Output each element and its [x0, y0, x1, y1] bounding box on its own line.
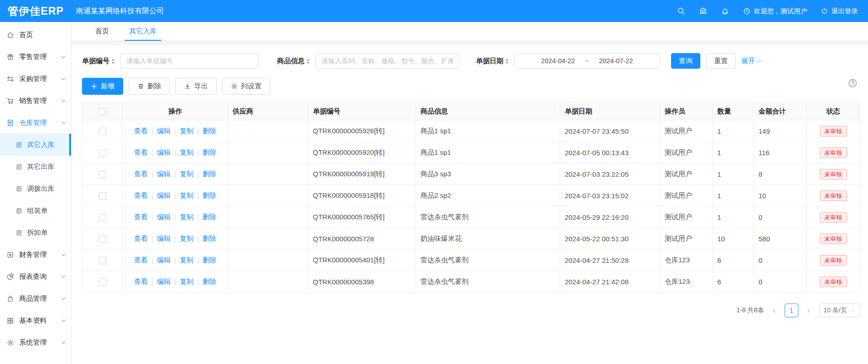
- row-action-link[interactable]: 复制: [180, 277, 193, 286]
- cell-bill-date: 2024-07-05 00:13:43: [560, 142, 660, 163]
- tab-other-inbound[interactable]: 其它入库: [119, 22, 167, 41]
- cell-operator: 测试用户: [660, 206, 713, 228]
- row-action-link[interactable]: 删除: [202, 234, 216, 243]
- sidebar-item-purchase[interactable]: 采购管理: [0, 68, 71, 90]
- help-icon[interactable]: [848, 78, 857, 88]
- row-action-link[interactable]: 编辑: [157, 191, 171, 200]
- row-action-link[interactable]: 复制: [180, 213, 193, 222]
- row-action-link[interactable]: 查看: [134, 170, 148, 179]
- export-button[interactable]: 导出: [175, 78, 217, 95]
- bell-icon[interactable]: [721, 7, 729, 15]
- status-badge: 未审核: [820, 190, 847, 201]
- goods-info-input[interactable]: [316, 53, 459, 69]
- sidebar-subitem-assembly[interactable]: 组装单: [0, 200, 71, 222]
- sidebar-subitem-disassembly[interactable]: 拆卸单: [0, 222, 71, 244]
- row-action-link[interactable]: 删除: [202, 148, 216, 157]
- sidebar-subitem-other-inbound[interactable]: 其它入库: [0, 134, 71, 156]
- row-action-link[interactable]: 删除: [202, 256, 216, 265]
- row-action-link[interactable]: 删除: [202, 191, 216, 200]
- cell-quantity: 6: [713, 250, 754, 271]
- sidebar-item-report[interactable]: 报表查询: [0, 266, 71, 288]
- search-icon[interactable]: [677, 7, 685, 15]
- row-action-link[interactable]: 编辑: [157, 170, 171, 179]
- expand-button[interactable]: 展开: [741, 57, 762, 65]
- sidebar-item-finance[interactable]: 财务管理: [0, 244, 71, 266]
- bill-no-input[interactable]: [120, 53, 259, 69]
- export-label: 导出: [194, 82, 208, 91]
- delete-button[interactable]: 删除: [129, 78, 170, 95]
- row-action-link[interactable]: 编辑: [157, 213, 171, 222]
- welcome-user[interactable]: 欢迎您，测试用户: [743, 7, 807, 16]
- row-checkbox[interactable]: [99, 235, 106, 243]
- row-action-link[interactable]: 编辑: [157, 148, 171, 157]
- cell-bill-no: QTRK00000005919[转]: [308, 163, 416, 185]
- row-action-link[interactable]: 删除: [202, 127, 216, 136]
- row-action-link[interactable]: 复制: [180, 127, 193, 136]
- row-action-link[interactable]: 查看: [134, 148, 148, 157]
- row-action-link[interactable]: 复制: [180, 170, 193, 179]
- row-checkbox[interactable]: [99, 278, 106, 286]
- bill-date-label: 单据日期：: [476, 57, 510, 65]
- status-badge: 未审核: [820, 147, 847, 158]
- row-checkbox[interactable]: [99, 257, 106, 264]
- row-action-link[interactable]: 编辑: [157, 234, 171, 243]
- sidebar-item-retail[interactable]: 零售管理: [0, 46, 71, 68]
- row-action-link[interactable]: 复制: [180, 191, 193, 200]
- sidebar-item-warehouse[interactable]: 仓库管理: [0, 112, 71, 134]
- row-actions: 查看|编辑|复制|删除: [123, 127, 228, 136]
- row-checkbox[interactable]: [99, 192, 106, 200]
- row-checkbox[interactable]: [99, 214, 106, 221]
- row-action-link[interactable]: 编辑: [157, 127, 171, 136]
- row-action-link[interactable]: 复制: [180, 148, 193, 157]
- column-header: 商品信息: [416, 103, 560, 120]
- row-action-link[interactable]: 编辑: [157, 277, 171, 286]
- row-action-link[interactable]: 查看: [134, 191, 148, 200]
- column-header: 操作员: [660, 103, 713, 120]
- sidebar-item-basic[interactable]: 基本资料: [0, 310, 71, 331]
- add-label: 新增: [101, 82, 115, 91]
- cell-bill-date: 2024-07-03 23:15:02: [560, 185, 660, 206]
- row-action-link[interactable]: 复制: [180, 256, 193, 265]
- row-checkbox[interactable]: [99, 149, 106, 157]
- prev-page-icon[interactable]: [771, 308, 777, 314]
- row-action-link[interactable]: 查看: [134, 277, 148, 286]
- row-action-link[interactable]: 查看: [134, 127, 148, 136]
- row-action-link[interactable]: 复制: [180, 234, 193, 243]
- row-action-link[interactable]: 查看: [134, 213, 148, 222]
- page-number[interactable]: 1: [785, 304, 798, 317]
- cell-operator: 测试用户: [660, 120, 713, 142]
- table-row: 查看|编辑|复制|删除QTRK00000005765[转]雷达杀虫气雾剂2024…: [82, 206, 860, 228]
- row-checkbox[interactable]: [99, 171, 106, 178]
- sidebar-subitem-other-outbound[interactable]: 其它出库: [0, 156, 71, 178]
- sidebar-item-goods[interactable]: 商品管理: [0, 288, 71, 310]
- page-size-select[interactable]: 10 条/页: [819, 304, 860, 317]
- logout-button[interactable]: 退出登录: [821, 7, 858, 16]
- sidebar-item-label: 财务管理: [19, 250, 47, 259]
- date-range-picker[interactable]: 2024-04-22 ~ 2024-07-22: [514, 53, 660, 69]
- add-button[interactable]: 新增: [82, 78, 123, 95]
- sidebar-item-label: 商品管理: [19, 294, 47, 303]
- row-action-link[interactable]: 编辑: [157, 256, 171, 265]
- select-all-checkbox[interactable]: [99, 108, 106, 115]
- next-page-icon[interactable]: [806, 308, 812, 314]
- row-action-link[interactable]: 删除: [202, 170, 216, 179]
- row-action-link[interactable]: 删除: [202, 277, 216, 286]
- row-action-link[interactable]: 删除: [202, 213, 216, 222]
- sidebar-subitem-transfer-outbound[interactable]: 调拨出库: [0, 178, 71, 200]
- row-checkbox[interactable]: [99, 128, 106, 135]
- sidebar-item-home[interactable]: 首页: [0, 24, 71, 46]
- bank-icon[interactable]: [699, 7, 707, 15]
- tab-home[interactable]: 首页: [85, 22, 119, 41]
- cell-operator: 测试用户: [660, 185, 713, 206]
- column-header: 单据日期: [560, 103, 660, 120]
- sidebar-item-label: 采购管理: [19, 75, 47, 83]
- sidebar-item-system[interactable]: 系统管理: [0, 331, 71, 353]
- reset-button[interactable]: 重置: [706, 53, 736, 69]
- sidebar-item-label: 报表查询: [19, 272, 47, 281]
- search-button[interactable]: 查询: [671, 53, 700, 69]
- row-actions: 查看|编辑|复制|删除: [123, 234, 228, 243]
- sidebar-item-sales[interactable]: 销售管理: [0, 90, 71, 112]
- row-action-link[interactable]: 查看: [134, 256, 148, 265]
- row-action-link[interactable]: 查看: [134, 234, 148, 243]
- column-settings-button[interactable]: 列设置: [222, 78, 270, 95]
